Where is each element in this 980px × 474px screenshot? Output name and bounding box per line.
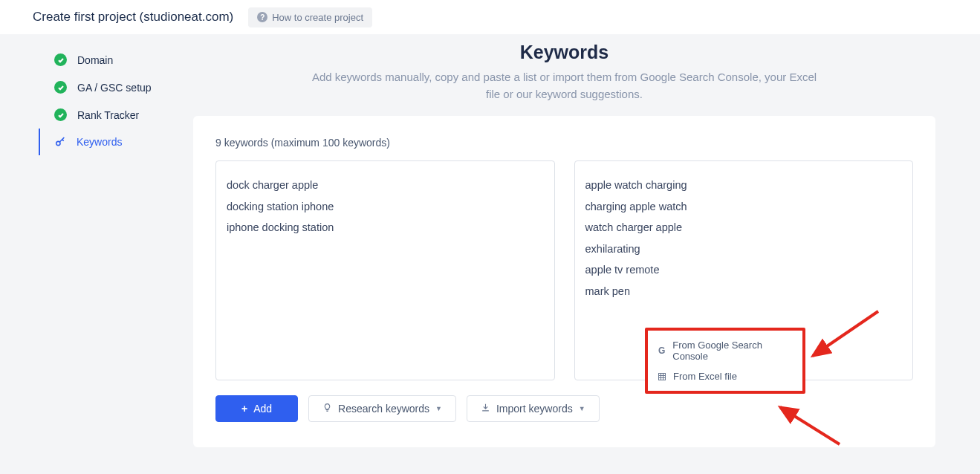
import-from-excel[interactable]: From Excel file: [655, 366, 795, 386]
import-dropdown: G From Google Search Console From Excel …: [645, 328, 805, 394]
keyword-item[interactable]: watch charger apple: [585, 217, 903, 238]
page-title: Keywords: [193, 42, 935, 63]
import-gsc-label: From Google Search Console: [672, 340, 794, 362]
help-button-label: How to create project: [272, 12, 363, 23]
add-button[interactable]: + Add: [215, 395, 298, 422]
excel-icon: [657, 372, 667, 381]
page-breadcrumb: Create first project (studioneat.com): [33, 10, 233, 25]
add-button-label: Add: [253, 403, 272, 415]
key-icon: [53, 136, 66, 148]
sidebar-item-label: Rank Tracker: [77, 109, 139, 121]
import-excel-label: From Excel file: [673, 371, 737, 382]
plus-icon: +: [241, 403, 247, 415]
check-icon: [54, 108, 67, 121]
keyword-list-left[interactable]: dock charger appledocking station iphone…: [215, 160, 555, 380]
main-content: Keywords Add keywords manually, copy and…: [193, 34, 980, 474]
sidebar-item-label: GA / GSC setup: [77, 82, 152, 94]
svg-point-0: [56, 141, 59, 145]
google-icon: G: [657, 345, 666, 356]
import-from-gsc[interactable]: G From Google Search Console: [655, 335, 795, 366]
keyword-item[interactable]: apple watch charging: [585, 175, 903, 196]
wizard-sidebar: Domain GA / GSC setup Rank Tracker Keywo…: [0, 34, 193, 474]
top-bar: Create first project (studioneat.com) ? …: [0, 0, 980, 34]
import-keywords-button[interactable]: Import keywords ▼: [467, 395, 600, 422]
chevron-down-icon: ▼: [435, 405, 442, 412]
sidebar-item-ga-gsc[interactable]: GA / GSC setup: [37, 74, 193, 101]
keyword-item[interactable]: iphone docking station: [227, 217, 544, 238]
sidebar-item-domain[interactable]: Domain: [37, 46, 193, 74]
download-icon: [481, 403, 490, 415]
keyword-item[interactable]: mark pen: [585, 281, 903, 302]
keyword-item[interactable]: charging apple watch: [585, 196, 903, 218]
svg-rect-1: [659, 373, 666, 380]
keywords-card: 9 keywords (maximum 100 keywords) dock c…: [193, 116, 935, 447]
research-button-label: Research keywords: [338, 403, 429, 415]
keyword-item[interactable]: exhilarating: [585, 238, 903, 260]
keyword-item[interactable]: dock charger apple: [227, 175, 544, 196]
keyword-item[interactable]: docking station iphone: [227, 196, 544, 218]
research-keywords-button[interactable]: Research keywords ▼: [308, 395, 456, 422]
lightbulb-icon: [322, 403, 332, 415]
sidebar-item-label: Keywords: [77, 136, 122, 148]
sidebar-item-keywords[interactable]: Keywords: [39, 129, 193, 155]
check-icon: [54, 53, 67, 66]
sidebar-item-label: Domain: [77, 54, 113, 66]
help-button[interactable]: ? How to create project: [248, 7, 372, 27]
sidebar-item-rank-tracker[interactable]: Rank Tracker: [37, 101, 193, 129]
import-button-label: Import keywords: [496, 403, 573, 415]
check-icon: [54, 81, 67, 94]
help-icon: ?: [257, 12, 267, 22]
chevron-down-icon: ▼: [579, 405, 585, 412]
keyword-counter: 9 keywords (maximum 100 keywords): [215, 137, 913, 149]
keyword-item[interactable]: apple tv remote: [585, 259, 903, 281]
page-subtitle: Add keywords manually, copy and paste a …: [312, 69, 817, 103]
